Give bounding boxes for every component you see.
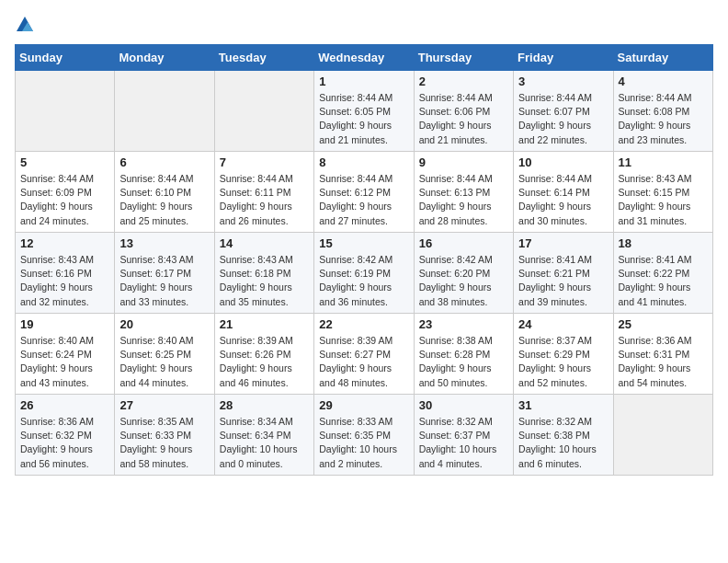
day-info: Sunrise: 8:44 AMSunset: 6:10 PMDaylight:… <box>119 172 209 228</box>
calendar-day-cell: 1Sunrise: 8:44 AMSunset: 6:05 PMDaylight… <box>314 71 414 152</box>
calendar-day-cell <box>115 71 214 152</box>
day-info: Sunrise: 8:33 AMSunset: 6:35 PMDaylight:… <box>319 415 408 471</box>
weekday-header-row: SundayMondayTuesdayWednesdayThursdayFrid… <box>16 45 713 71</box>
day-info: Sunrise: 8:39 AMSunset: 6:26 PMDaylight:… <box>220 334 309 390</box>
calendar-day-cell: 20Sunrise: 8:40 AMSunset: 6:25 PMDayligh… <box>115 314 214 395</box>
day-number: 10 <box>518 155 608 169</box>
calendar-day-cell: 17Sunrise: 8:41 AMSunset: 6:21 PMDayligh… <box>514 233 613 314</box>
day-number: 24 <box>518 317 608 331</box>
calendar-day-cell: 2Sunrise: 8:44 AMSunset: 6:06 PMDaylight… <box>414 71 513 152</box>
day-info: Sunrise: 8:37 AMSunset: 6:29 PMDaylight:… <box>518 334 608 390</box>
calendar-day-cell: 25Sunrise: 8:36 AMSunset: 6:31 PMDayligh… <box>613 314 712 395</box>
day-number: 15 <box>319 236 408 250</box>
weekday-header: Tuesday <box>214 45 313 71</box>
day-number: 31 <box>518 398 608 412</box>
day-number: 16 <box>419 236 508 250</box>
day-info: Sunrise: 8:44 AMSunset: 6:13 PMDaylight:… <box>419 172 508 228</box>
day-info: Sunrise: 8:40 AMSunset: 6:25 PMDaylight:… <box>119 334 209 390</box>
calendar-day-cell <box>613 395 712 476</box>
calendar-day-cell: 14Sunrise: 8:43 AMSunset: 6:18 PMDayligh… <box>214 233 313 314</box>
calendar-day-cell: 6Sunrise: 8:44 AMSunset: 6:10 PMDaylight… <box>115 152 214 233</box>
day-number: 7 <box>220 155 309 169</box>
calendar-day-cell: 23Sunrise: 8:38 AMSunset: 6:28 PMDayligh… <box>414 314 513 395</box>
day-info: Sunrise: 8:41 AMSunset: 6:22 PMDaylight:… <box>619 253 708 309</box>
calendar-day-cell: 10Sunrise: 8:44 AMSunset: 6:14 PMDayligh… <box>514 152 613 233</box>
day-number: 6 <box>119 155 209 169</box>
day-info: Sunrise: 8:44 AMSunset: 6:05 PMDaylight:… <box>319 91 408 147</box>
calendar-day-cell <box>16 71 115 152</box>
day-number: 12 <box>20 236 109 250</box>
day-info: Sunrise: 8:36 AMSunset: 6:32 PMDaylight:… <box>20 415 109 471</box>
calendar-day-cell: 19Sunrise: 8:40 AMSunset: 6:24 PMDayligh… <box>16 314 115 395</box>
day-info: Sunrise: 8:41 AMSunset: 6:21 PMDaylight:… <box>518 253 608 309</box>
day-number: 14 <box>220 236 309 250</box>
day-number: 26 <box>20 398 109 412</box>
day-info: Sunrise: 8:35 AMSunset: 6:33 PMDaylight:… <box>119 415 209 471</box>
day-number: 29 <box>319 398 408 412</box>
calendar-day-cell: 9Sunrise: 8:44 AMSunset: 6:13 PMDaylight… <box>414 152 513 233</box>
calendar-day-cell: 22Sunrise: 8:39 AMSunset: 6:27 PMDayligh… <box>314 314 414 395</box>
calendar-day-cell: 18Sunrise: 8:41 AMSunset: 6:22 PMDayligh… <box>613 233 712 314</box>
day-info: Sunrise: 8:44 AMSunset: 6:14 PMDaylight:… <box>518 172 608 228</box>
day-number: 18 <box>619 236 708 250</box>
day-number: 27 <box>119 398 209 412</box>
day-info: Sunrise: 8:44 AMSunset: 6:09 PMDaylight:… <box>20 172 109 228</box>
day-number: 3 <box>518 75 608 88</box>
day-info: Sunrise: 8:32 AMSunset: 6:38 PMDaylight:… <box>518 415 608 471</box>
day-number: 2 <box>419 75 508 88</box>
day-info: Sunrise: 8:43 AMSunset: 6:18 PMDaylight:… <box>220 253 309 309</box>
day-number: 25 <box>619 317 708 331</box>
calendar-table: SundayMondayTuesdayWednesdayThursdayFrid… <box>15 44 713 476</box>
calendar-day-cell: 27Sunrise: 8:35 AMSunset: 6:33 PMDayligh… <box>115 395 214 476</box>
calendar-day-cell: 28Sunrise: 8:34 AMSunset: 6:34 PMDayligh… <box>214 395 313 476</box>
day-number: 1 <box>319 75 408 88</box>
day-info: Sunrise: 8:32 AMSunset: 6:37 PMDaylight:… <box>419 415 508 471</box>
weekday-header: Thursday <box>414 45 513 71</box>
calendar-day-cell: 29Sunrise: 8:33 AMSunset: 6:35 PMDayligh… <box>314 395 414 476</box>
day-info: Sunrise: 8:34 AMSunset: 6:34 PMDaylight:… <box>220 415 309 471</box>
day-info: Sunrise: 8:43 AMSunset: 6:17 PMDaylight:… <box>119 253 209 309</box>
calendar-week-row: 19Sunrise: 8:40 AMSunset: 6:24 PMDayligh… <box>16 314 713 395</box>
calendar-day-cell: 16Sunrise: 8:42 AMSunset: 6:20 PMDayligh… <box>414 233 513 314</box>
calendar-week-row: 26Sunrise: 8:36 AMSunset: 6:32 PMDayligh… <box>16 395 713 476</box>
calendar-day-cell: 4Sunrise: 8:44 AMSunset: 6:08 PMDaylight… <box>613 71 712 152</box>
logo <box>15 15 39 35</box>
day-number: 23 <box>419 317 508 331</box>
calendar-day-cell: 15Sunrise: 8:42 AMSunset: 6:19 PMDayligh… <box>314 233 414 314</box>
calendar-day-cell: 13Sunrise: 8:43 AMSunset: 6:17 PMDayligh… <box>115 233 214 314</box>
calendar-day-cell: 3Sunrise: 8:44 AMSunset: 6:07 PMDaylight… <box>514 71 613 152</box>
weekday-header: Saturday <box>613 45 712 71</box>
day-info: Sunrise: 8:42 AMSunset: 6:19 PMDaylight:… <box>319 253 408 309</box>
day-number: 30 <box>419 398 508 412</box>
day-number: 28 <box>220 398 309 412</box>
calendar-day-cell: 11Sunrise: 8:43 AMSunset: 6:15 PMDayligh… <box>613 152 712 233</box>
day-info: Sunrise: 8:38 AMSunset: 6:28 PMDaylight:… <box>419 334 508 390</box>
day-number: 11 <box>619 155 708 169</box>
calendar-day-cell: 24Sunrise: 8:37 AMSunset: 6:29 PMDayligh… <box>514 314 613 395</box>
calendar-week-row: 5Sunrise: 8:44 AMSunset: 6:09 PMDaylight… <box>16 152 713 233</box>
calendar-day-cell: 30Sunrise: 8:32 AMSunset: 6:37 PMDayligh… <box>414 395 513 476</box>
weekday-header: Sunday <box>16 45 115 71</box>
day-info: Sunrise: 8:44 AMSunset: 6:07 PMDaylight:… <box>518 91 608 147</box>
day-info: Sunrise: 8:42 AMSunset: 6:20 PMDaylight:… <box>419 253 508 309</box>
calendar-day-cell <box>214 71 313 152</box>
calendar-day-cell: 5Sunrise: 8:44 AMSunset: 6:09 PMDaylight… <box>16 152 115 233</box>
day-number: 19 <box>20 317 109 331</box>
calendar-day-cell: 7Sunrise: 8:44 AMSunset: 6:11 PMDaylight… <box>214 152 313 233</box>
day-info: Sunrise: 8:39 AMSunset: 6:27 PMDaylight:… <box>319 334 408 390</box>
day-number: 9 <box>419 155 508 169</box>
calendar-week-row: 1Sunrise: 8:44 AMSunset: 6:05 PMDaylight… <box>16 71 713 152</box>
day-info: Sunrise: 8:43 AMSunset: 6:16 PMDaylight:… <box>20 253 109 309</box>
calendar-day-cell: 21Sunrise: 8:39 AMSunset: 6:26 PMDayligh… <box>214 314 313 395</box>
day-info: Sunrise: 8:36 AMSunset: 6:31 PMDaylight:… <box>619 334 708 390</box>
day-number: 22 <box>319 317 408 331</box>
day-number: 21 <box>220 317 309 331</box>
day-info: Sunrise: 8:40 AMSunset: 6:24 PMDaylight:… <box>20 334 109 390</box>
day-number: 8 <box>319 155 408 169</box>
calendar-day-cell: 26Sunrise: 8:36 AMSunset: 6:32 PMDayligh… <box>16 395 115 476</box>
calendar-day-cell: 31Sunrise: 8:32 AMSunset: 6:38 PMDayligh… <box>514 395 613 476</box>
weekday-header: Friday <box>514 45 613 71</box>
calendar-day-cell: 12Sunrise: 8:43 AMSunset: 6:16 PMDayligh… <box>16 233 115 314</box>
day-number: 13 <box>119 236 209 250</box>
calendar-day-cell: 8Sunrise: 8:44 AMSunset: 6:12 PMDaylight… <box>314 152 414 233</box>
